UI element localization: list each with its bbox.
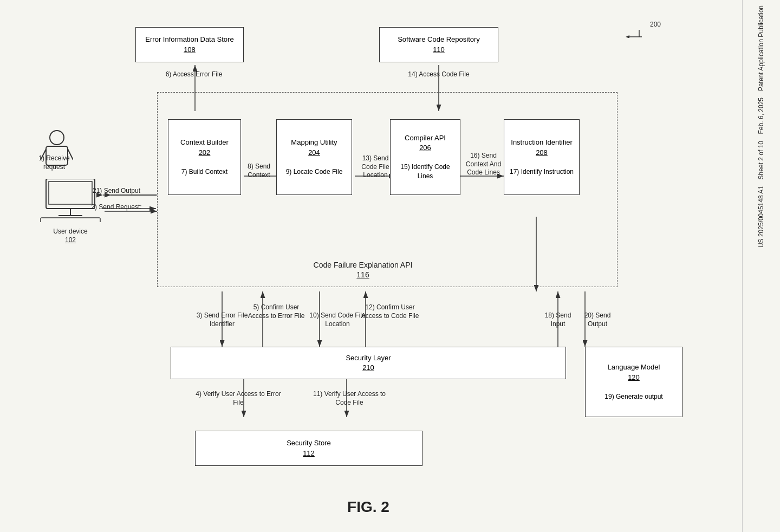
label-16: 16) Send Context And Code Lines — [463, 152, 504, 177]
mapping-utility-sub: 9) Locate Code File — [286, 167, 343, 177]
diagram-area: 200 Error Information Data Store 108 Sof… — [11, 11, 726, 521]
sidebar-date: Feb. 6, 2025 — [757, 98, 766, 134]
security-layer-label: Security Layer — [346, 353, 391, 363]
code-repo-ref: 110 — [433, 45, 445, 55]
instruction-id-box: Instruction Identifier 208 17) Identify … — [504, 119, 580, 195]
svg-rect-26 — [49, 181, 92, 204]
sidebar-patent-label: Patent Application Publication — [757, 5, 766, 91]
security-store-label: Security Store — [287, 438, 331, 448]
label-18: 18) Send Input — [539, 312, 577, 328]
instruction-id-sub: 17) Identify Instruction — [510, 167, 574, 177]
fig-title: FIG. 2 — [347, 498, 389, 516]
compiler-api-sub: 15) Identify Code Lines — [395, 163, 456, 181]
label-5: 5) Confirm User Access to Error File — [244, 303, 309, 320]
label-12: 12) Confirm User Access to Code File — [358, 303, 422, 320]
mapping-utility-box: Mapping Utility 204 9) Locate Code File — [276, 119, 352, 195]
error-store-ref: 108 — [184, 45, 196, 55]
language-model-sub: 19) Generate output — [604, 392, 662, 401]
arrow-send-request — [102, 203, 161, 214]
sidebar-sheet: Sheet 2 of 10 — [757, 141, 766, 179]
main-content: 200 Error Information Data Store 108 Sof… — [0, 0, 742, 532]
code-repo-label: Software Code Repository — [398, 35, 480, 44]
right-sidebar: Patent Application Publication Feb. 6, 2… — [742, 0, 780, 532]
svg-rect-29 — [41, 218, 100, 222]
computer-icon — [38, 179, 103, 224]
language-model-label: Language Model — [608, 362, 660, 372]
label-8: 8) Send Context — [243, 163, 275, 179]
api-label: Code Failure Explanation API 116 — [282, 260, 444, 280]
code-repo-box: Software Code Repository 110 — [379, 27, 498, 62]
compiler-api-ref: 206 — [419, 143, 431, 153]
sidebar-us-number: US 2025/0045148 A1 — [757, 186, 766, 248]
ref-200 — [612, 27, 645, 40]
svg-marker-20 — [626, 35, 629, 38]
instruction-id-label: Instruction Identifier — [511, 138, 572, 147]
ref-200-label: 200 — [650, 21, 661, 29]
label-4: 4) Verify User Access to Error File — [195, 390, 282, 407]
context-builder-label: Context Builder — [180, 138, 229, 147]
label-14: 14) Access Code File — [385, 70, 493, 79]
language-model-ref: 120 — [628, 373, 640, 382]
label-1: 1) Receive request — [27, 154, 81, 171]
svg-point-21 — [50, 131, 64, 145]
security-store-ref: 112 — [303, 449, 315, 458]
mapping-utility-ref: 204 — [308, 148, 320, 158]
label-11: 11) Verify User Access to Code File — [306, 390, 393, 407]
security-store-box: Security Store 112 — [195, 431, 422, 466]
compiler-api-box: Compiler API 206 15) Identify Code Lines — [390, 119, 460, 195]
instruction-id-ref: 208 — [536, 148, 548, 158]
user-device-label: User device 102 — [43, 228, 98, 244]
mapping-utility-label: Mapping Utility — [291, 138, 337, 147]
label-13: 13) Send Code File Location — [356, 154, 394, 180]
label-6: 6) Access Error File — [145, 70, 243, 79]
label-20: 20) Send Output — [578, 312, 616, 328]
context-builder-ref: 202 — [199, 148, 211, 158]
arrow-send-output-user — [102, 190, 161, 200]
context-builder-sub: 7) Build Context — [181, 167, 227, 177]
language-model-box: Language Model 120 19) Generate output — [585, 347, 682, 417]
compiler-api-label: Compiler API — [405, 133, 446, 143]
security-layer-ref: 210 — [362, 363, 374, 373]
error-store-label: Error Information Data Store — [145, 35, 233, 44]
error-store-box: Error Information Data Store 108 — [135, 27, 244, 62]
context-builder-box: Context Builder 202 7) Build Context — [168, 119, 241, 195]
security-layer-box: Security Layer 210 — [171, 347, 566, 379]
